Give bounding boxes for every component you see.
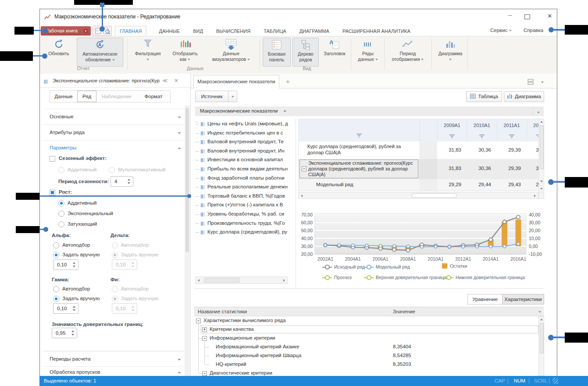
row1-value[interactable]: 31,83 bbox=[437, 147, 461, 152]
section-attributes[interactable]: Атрибуты ряда bbox=[50, 130, 85, 135]
filter-funnel-icon[interactable] bbox=[479, 132, 485, 140]
collapse-node-icon[interactable]: − bbox=[202, 336, 207, 341]
row3-value[interactable]: 29,43 bbox=[497, 182, 521, 187]
panel-tab-data[interactable]: Данные bbox=[50, 91, 77, 102]
row2-value[interactable]: 30,36 bbox=[467, 166, 491, 171]
legend-residuals[interactable]: Остатки bbox=[442, 263, 467, 269]
legend-source-series[interactable]: Исходный ряд bbox=[322, 264, 365, 269]
legend-upper-bound[interactable]: Верхняя доверительная граница bbox=[364, 275, 446, 280]
source-dropdown-button[interactable] bbox=[228, 91, 237, 102]
tab-analitika[interactable]: РАСШИРЕННАЯ АНАЛИТИКА bbox=[342, 26, 411, 36]
scroll-down-button[interactable] bbox=[538, 185, 544, 191]
table-v-scrollbar[interactable] bbox=[538, 119, 544, 184]
significance-stepper[interactable]: 0,95 bbox=[52, 328, 77, 338]
scrollbar-corner[interactable] bbox=[538, 192, 544, 199]
gamma-auto-radio[interactable] bbox=[53, 286, 59, 292]
stats-row-label[interactable]: Характеристики вычислимого ряда bbox=[203, 318, 286, 323]
col-header-2011[interactable]: 2011A1 bbox=[497, 123, 527, 128]
series-tree-item[interactable]: Уровень безработицы, % раб. си bbox=[195, 210, 295, 219]
legend-lower-bound[interactable]: Нижняя доверительная граница bbox=[444, 275, 525, 280]
equation-button[interactable]: Уравнение bbox=[467, 294, 502, 305]
tab-vid[interactable]: ВИД bbox=[192, 26, 204, 36]
col-header-2010[interactable]: 2010A1 bbox=[467, 123, 497, 128]
legend-forecast[interactable]: Прогноз bbox=[322, 275, 352, 280]
new-tab-button[interactable]: + bbox=[286, 78, 290, 85]
panel-tab-format[interactable]: Формат bbox=[137, 91, 170, 102]
series-tree-item[interactable]: Индекс потребительских цен в с bbox=[195, 129, 295, 138]
workbook-menu-button[interactable]: Рабочая книга ▾ bbox=[41, 26, 91, 35]
stats-v-scrollbar[interactable] bbox=[538, 316, 544, 376]
service-menu[interactable]: Сервис bbox=[490, 28, 512, 33]
chart-ribbon-button[interactable]: Диаграмма bbox=[435, 38, 466, 65]
series-tree-item[interactable]: Валовой внутренний продукт, Ин bbox=[195, 147, 295, 156]
doc-tab[interactable]: Макроэкономические показатели bbox=[193, 75, 279, 89]
alpha-auto-radio[interactable] bbox=[53, 242, 59, 248]
row2-value[interactable]: 29,39 bbox=[497, 166, 521, 171]
series-tree-item[interactable]: Реальные располагаемые денежн bbox=[195, 183, 295, 192]
stats-value-header[interactable]: Значение bbox=[393, 309, 415, 314]
filter-funnel-icon[interactable] bbox=[449, 132, 455, 140]
data-series-button[interactable]: Ряды данных bbox=[354, 38, 381, 65]
stats-row-label[interactable]: Информационный критерий Шварца bbox=[216, 353, 301, 358]
seasonality-period-stepper[interactable]: 4 bbox=[110, 176, 133, 187]
row3-value[interactable]: 29 bbox=[527, 182, 539, 187]
series-tree-item[interactable]: Фонд заработной платы работни bbox=[195, 174, 295, 183]
tab-diagramma[interactable]: ДИАГРАММА bbox=[299, 26, 330, 36]
series-tree-item[interactable]: Валовой внутренний продукт, Те bbox=[195, 138, 295, 147]
delta-stepper[interactable]: 0,10 bbox=[112, 259, 137, 270]
minimize-button[interactable]: ─ bbox=[502, 12, 517, 21]
series-tree-item[interactable]: Курс доллара (среднегодовой), ру bbox=[195, 228, 295, 237]
tab-glavnaya[interactable]: ГЛАВНАЯ bbox=[115, 26, 146, 36]
growth-additive-radio[interactable] bbox=[58, 200, 64, 206]
gamma-manual-radio[interactable] bbox=[53, 296, 59, 302]
series-tree-item[interactable]: Цены на нефть Urals (мировые), д bbox=[195, 120, 295, 129]
side-panel-scrollbar[interactable] bbox=[185, 105, 190, 376]
close-button[interactable]: ✕ bbox=[544, 13, 556, 21]
refresh-button[interactable]: Обновить bbox=[43, 38, 75, 65]
growth-checkbox[interactable] bbox=[50, 190, 55, 195]
help-menu[interactable]: Справка bbox=[524, 28, 543, 33]
series-tree-item[interactable]: Прибыль по всем видам деятельн bbox=[195, 165, 295, 174]
alpha-manual-radio[interactable] bbox=[53, 252, 59, 258]
layout-icon[interactable] bbox=[527, 79, 534, 87]
close-panel-icon[interactable]: ✕ bbox=[174, 78, 178, 84]
growth-damped-radio[interactable] bbox=[58, 221, 64, 227]
collapse-panel-icon[interactable]: ≪ bbox=[162, 78, 168, 84]
panel-tab-series[interactable]: Ряд bbox=[77, 91, 96, 102]
section-main[interactable]: Основные bbox=[50, 114, 74, 119]
chart-view-button[interactable]: Диаграмма bbox=[504, 91, 544, 102]
col-header-2009[interactable]: 2009A1 bbox=[437, 123, 467, 128]
row1-value[interactable]: 29,39 bbox=[497, 147, 521, 152]
tab-tablitsa[interactable]: ТАБЛИЦА bbox=[263, 26, 287, 36]
table-view-button[interactable]: Таблица bbox=[466, 91, 502, 102]
stats-row-label[interactable]: Критерии качества bbox=[210, 326, 254, 332]
row2-value[interactable]: 31 bbox=[527, 166, 539, 171]
stats-row-label[interactable]: HQ-критерий bbox=[216, 361, 246, 367]
table-h-scrollbar[interactable] bbox=[298, 192, 538, 199]
status-scrl[interactable]: SCRL bbox=[534, 378, 548, 383]
chevron-down-icon[interactable] bbox=[538, 311, 541, 313]
section-calc-periods[interactable]: Периоды расчета bbox=[50, 356, 91, 361]
row2-name[interactable]: Экспоненциальное сглаживание: прогноз(Ку… bbox=[308, 160, 416, 177]
display-as-button[interactable]: Отобразить как bbox=[167, 38, 203, 65]
seasonal-multiplicative-radio[interactable] bbox=[109, 167, 115, 173]
row2-value[interactable]: 31,83 bbox=[437, 166, 461, 171]
series-tree-item[interactable]: Производительность труда, %|Го bbox=[195, 220, 295, 228]
filter-button[interactable]: Фильтрация bbox=[131, 38, 164, 65]
phi-auto-radio[interactable] bbox=[112, 286, 118, 292]
phi-manual-radio[interactable] bbox=[112, 296, 118, 302]
tree-h-scrollbar[interactable] bbox=[195, 276, 288, 284]
breadcrumb-label[interactable]: Макроэкономические показатели bbox=[200, 108, 278, 113]
row1-value[interactable]: 31 bbox=[527, 147, 539, 152]
maximize-button[interactable] bbox=[524, 14, 530, 19]
legend-model-series[interactable]: Модельный ряд bbox=[364, 264, 410, 269]
chevron-down-icon[interactable] bbox=[541, 81, 544, 83]
collapse-node-icon[interactable]: − bbox=[196, 319, 201, 323]
stats-row-label[interactable]: Информационный критерий Акаике bbox=[216, 344, 299, 349]
growth-exponential-radio[interactable] bbox=[58, 211, 64, 217]
status-num[interactable]: NUM bbox=[514, 378, 525, 383]
row1-name[interactable]: Курс доллара (среднегодовой), рублей за … bbox=[307, 144, 416, 156]
filter-funnel-icon[interactable] bbox=[356, 131, 362, 139]
stats-row-label[interactable]: Информационные критерии bbox=[210, 335, 275, 340]
col-header-2012[interactable]: 2012A1 bbox=[527, 123, 539, 128]
